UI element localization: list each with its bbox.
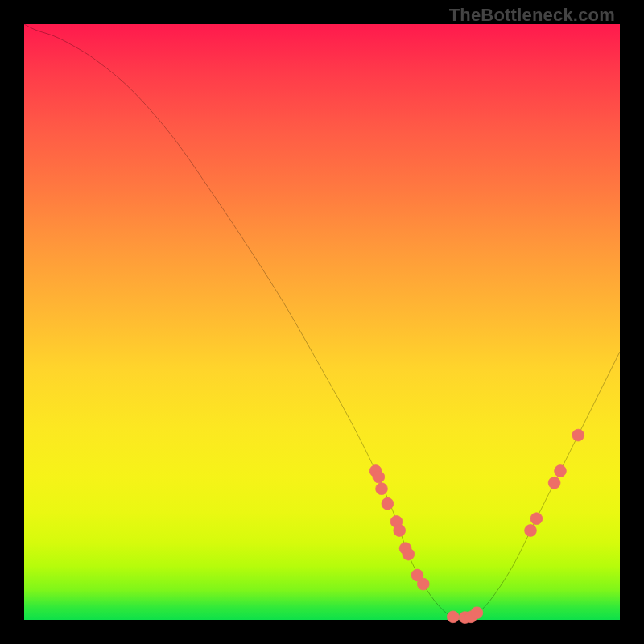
- marker-point: [525, 525, 537, 537]
- chart-container: TheBottleneck.com: [0, 0, 644, 644]
- marker-point: [394, 525, 406, 537]
- chart-overlay-svg: [24, 24, 620, 620]
- marker-point: [447, 611, 459, 623]
- marker-point: [572, 429, 584, 441]
- marker-point: [555, 465, 567, 477]
- marker-point: [382, 497, 394, 510]
- marker-point: [376, 483, 388, 495]
- marker-point: [402, 548, 415, 560]
- marker-point: [530, 513, 543, 525]
- marker-point: [471, 607, 483, 619]
- watermark-text: TheBottleneck.com: [449, 5, 615, 26]
- marker-point: [417, 578, 429, 590]
- marker-point: [373, 471, 385, 483]
- marker-point: [548, 477, 560, 489]
- highlight-markers: [369, 429, 584, 623]
